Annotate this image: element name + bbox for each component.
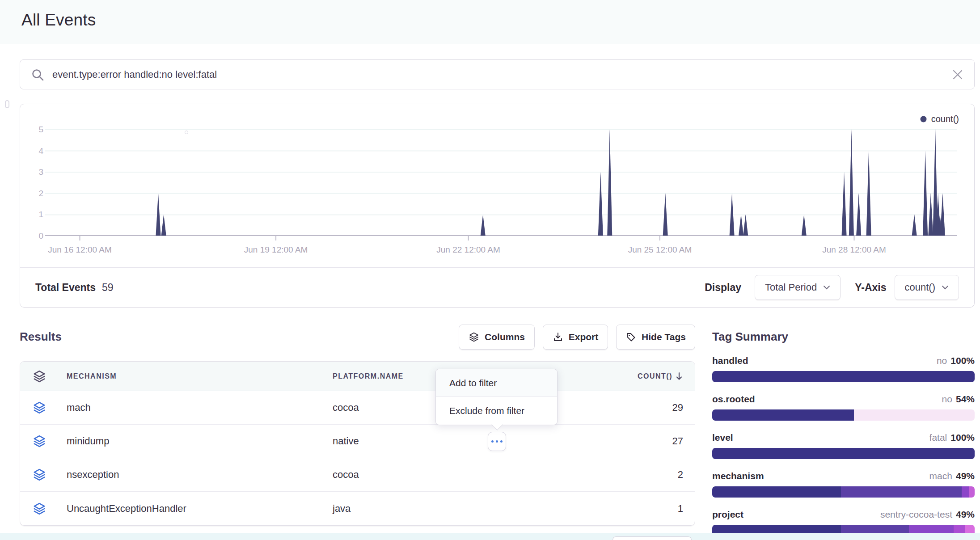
tag-bar[interactable] bbox=[712, 448, 975, 459]
layers-icon bbox=[469, 332, 479, 342]
tag-name: os.rooted bbox=[712, 394, 755, 405]
chart-spike bbox=[923, 151, 928, 236]
tag-row: mechanismmach49% bbox=[712, 471, 975, 498]
row-layers-icon bbox=[20, 468, 59, 481]
search-bar bbox=[20, 59, 975, 89]
column-header-mechanism[interactable]: MECHANISM bbox=[59, 372, 325, 380]
tag-name: level bbox=[712, 432, 733, 443]
tag-top-value: no bbox=[942, 394, 952, 405]
chart-spike bbox=[481, 214, 486, 236]
tag-top-percent: 100% bbox=[950, 432, 975, 443]
chart-spike bbox=[849, 129, 854, 236]
download-icon bbox=[553, 332, 563, 342]
cell-platform[interactable]: java bbox=[325, 503, 553, 515]
yaxis-dropdown-value: count() bbox=[905, 282, 935, 293]
export-button[interactable]: Export bbox=[543, 325, 608, 350]
chart-footer: Total Events 59 Display Total Period Y-A… bbox=[20, 267, 974, 307]
y-axis-tick-label: 0 bbox=[24, 231, 43, 241]
tag-bar[interactable] bbox=[712, 409, 975, 421]
chart-spike bbox=[607, 129, 612, 236]
tag-bar-segment bbox=[712, 409, 854, 421]
table-body: machcocoa29 minidumpnative27 nsexception… bbox=[20, 391, 695, 525]
tag-bar-segment bbox=[712, 448, 975, 459]
tag-row: projectsentry-cocoa-test49% bbox=[712, 509, 975, 536]
bottom-strip bbox=[0, 533, 980, 540]
cell-platform[interactable]: native bbox=[325, 435, 553, 447]
results-toolbar: Columns Export Hide Tags bbox=[20, 325, 695, 350]
row-layers-icon bbox=[20, 502, 59, 515]
cell-mechanism[interactable]: UncaughtExceptionHandler bbox=[59, 503, 325, 515]
chart-spike bbox=[739, 214, 743, 236]
clear-search-icon[interactable] bbox=[952, 69, 963, 80]
search-icon bbox=[31, 68, 44, 81]
cell-mechanism[interactable]: minidump bbox=[59, 435, 325, 447]
tag-summary: Tag Summary handledno100%os.rootedno54%l… bbox=[712, 330, 975, 540]
x-axis-tick-label: Jun 28 12:00 AM bbox=[800, 245, 908, 255]
pagination-partial[interactable] bbox=[612, 536, 692, 540]
row-layers-icon bbox=[20, 435, 59, 448]
search-input[interactable] bbox=[52, 69, 952, 80]
cell-count[interactable]: 1 bbox=[553, 503, 695, 515]
cell-mechanism[interactable]: nsexception bbox=[59, 469, 325, 481]
export-button-label: Export bbox=[569, 332, 599, 342]
cell-count[interactable]: 29 bbox=[553, 402, 695, 413]
chart-spike bbox=[842, 172, 847, 236]
tag-top-percent: 54% bbox=[956, 394, 975, 405]
tag-top-value: mach bbox=[929, 471, 952, 481]
tag-icon bbox=[625, 332, 636, 342]
x-axis-tick-label: Jun 25 12:00 AM bbox=[606, 245, 714, 255]
chevron-down-icon bbox=[823, 285, 830, 290]
table-row: minidumpnative27 bbox=[20, 425, 695, 458]
cell-platform[interactable]: cocoa bbox=[325, 469, 553, 481]
tag-bar[interactable] bbox=[712, 371, 975, 382]
y-axis-tick-label: 2 bbox=[24, 189, 43, 198]
chart-spike bbox=[912, 214, 917, 236]
tag-bar-segment bbox=[712, 371, 975, 382]
menu-item-add-to-filter[interactable]: Add to filter bbox=[436, 369, 557, 397]
tag-name: mechanism bbox=[712, 471, 764, 481]
page-header: All Events bbox=[0, 0, 980, 44]
drag-handle bbox=[5, 100, 9, 108]
column-header-count[interactable]: COUNT() bbox=[553, 371, 695, 381]
chart-spike bbox=[161, 214, 166, 236]
display-label: Display bbox=[705, 282, 741, 294]
row-layers-icon bbox=[20, 401, 59, 414]
events-chart-panel: count() 012345 Jun 16 12:00 AMJun 19 12:… bbox=[20, 104, 975, 308]
cell-mechanism[interactable]: mach bbox=[59, 402, 325, 413]
more-actions-button[interactable] bbox=[488, 432, 506, 451]
chart-spike bbox=[598, 172, 603, 236]
tag-name: handled bbox=[712, 355, 748, 366]
tag-row: levelfatal100% bbox=[712, 432, 975, 459]
tag-top-value: sentry-cocoa-test bbox=[880, 509, 952, 520]
tag-top-percent: 49% bbox=[956, 471, 975, 481]
display-dropdown[interactable]: Total Period bbox=[755, 275, 841, 300]
y-axis-tick-label: 4 bbox=[24, 146, 43, 156]
chart-spike bbox=[866, 151, 871, 236]
hide-tags-button[interactable]: Hide Tags bbox=[616, 325, 695, 350]
table-row: UncaughtExceptionHandlerjava1 bbox=[20, 492, 695, 525]
tag-bar[interactable] bbox=[712, 486, 975, 498]
chevron-down-icon bbox=[942, 285, 949, 290]
total-events-label: Total Events bbox=[35, 282, 96, 294]
tag-bar-segment bbox=[841, 486, 962, 498]
y-axis-tick-label: 3 bbox=[24, 167, 43, 177]
table-row: nsexceptioncocoa2 bbox=[20, 458, 695, 492]
chart-marker-dot bbox=[185, 131, 188, 134]
tag-top-value: fatal bbox=[929, 432, 947, 443]
total-events-value: 59 bbox=[102, 282, 114, 294]
columns-button[interactable]: Columns bbox=[459, 325, 535, 350]
x-axis-tick-label: Jun 22 12:00 AM bbox=[415, 245, 522, 255]
tag-summary-rows: handledno100%os.rootedno54%levelfatal100… bbox=[712, 355, 975, 536]
tag-summary-heading: Tag Summary bbox=[712, 330, 975, 344]
table-header-row: MECHANISMPLATFORM.NAMECOUNT() bbox=[20, 362, 695, 391]
tag-name: project bbox=[712, 509, 743, 520]
results-table: MECHANISMPLATFORM.NAMECOUNT() machcocoa2… bbox=[20, 361, 695, 526]
tag-row: os.rootedno54% bbox=[712, 394, 975, 421]
all-events-page: All Events count() 012345 Jun 16 12:00 A… bbox=[0, 0, 980, 540]
y-axis-tick-label: 5 bbox=[24, 125, 43, 135]
tag-top-percent: 49% bbox=[956, 509, 975, 520]
cell-count[interactable]: 2 bbox=[553, 469, 695, 481]
header-layers-icon[interactable] bbox=[20, 370, 59, 383]
yaxis-dropdown[interactable]: count() bbox=[895, 275, 959, 300]
cell-count[interactable]: 27 bbox=[553, 435, 695, 447]
